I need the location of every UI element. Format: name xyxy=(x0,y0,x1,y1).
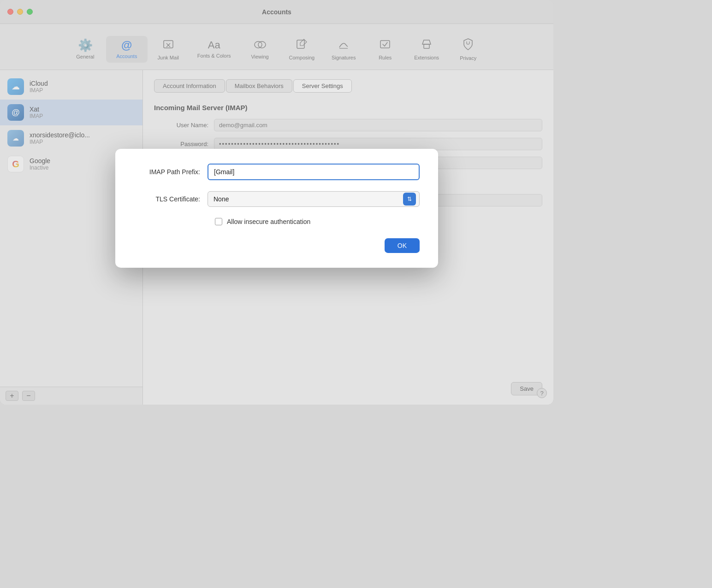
dialog-checkbox-row: Allow insecure authentication xyxy=(134,218,420,225)
imap-prefix-label: IMAP Path Prefix: xyxy=(134,168,208,176)
tls-cert-select[interactable]: None Any Custom xyxy=(208,191,420,207)
dialog-row-tls-cert: TLS Certificate: None Any Custom ⇅ xyxy=(134,191,420,207)
imap-settings-dialog: IMAP Path Prefix: TLS Certificate: None … xyxy=(115,149,438,268)
dialog-footer: OK xyxy=(134,238,420,253)
window: Accounts ⚙️ General @ Accounts Junk Mail… xyxy=(0,0,553,405)
dialog-row-imap-prefix: IMAP Path Prefix: xyxy=(134,164,420,180)
ok-button[interactable]: OK xyxy=(385,238,420,253)
tls-cert-select-wrapper: None Any Custom ⇅ xyxy=(208,191,420,207)
allow-insecure-checkbox[interactable] xyxy=(215,218,222,225)
tls-cert-label: TLS Certificate: xyxy=(134,195,208,203)
allow-insecure-label: Allow insecure authentication xyxy=(227,218,310,225)
imap-prefix-input[interactable] xyxy=(208,164,420,180)
